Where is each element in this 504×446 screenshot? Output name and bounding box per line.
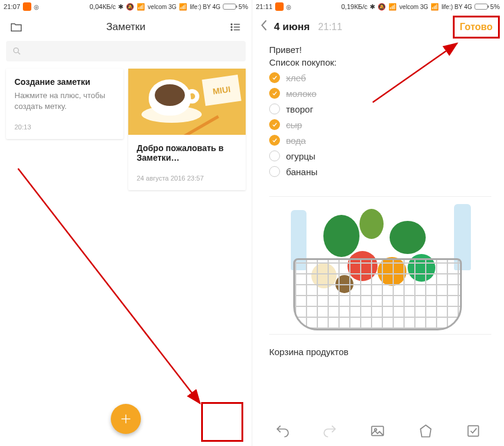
carrier-1: velcom 3G	[148, 4, 176, 10]
svg-point-2	[231, 26, 232, 28]
chevron-left-icon	[260, 19, 268, 32]
checkbox-unchecked-icon[interactable]	[269, 104, 280, 114]
svg-point-6	[14, 48, 19, 53]
image-caption[interactable]: Корзина продуктов	[252, 341, 503, 363]
status-bar: 21:11 ◎ 0,19КБ/с ✱🔕📶 velcom 3G 📶 life:) …	[252, 0, 503, 13]
plus-icon	[119, 412, 132, 426]
app-badge-icon	[275, 2, 284, 11]
checklist-item-label: хлеб	[286, 73, 306, 83]
undo-button[interactable]	[275, 423, 290, 439]
checklist-item[interactable]: вода	[269, 135, 491, 146]
data-rate: 0,04КБ/с	[90, 3, 116, 10]
insert-image-button[interactable]	[370, 423, 385, 439]
status-time: 21:11	[256, 3, 273, 10]
note-toolbar	[252, 416, 503, 446]
checkbox-unchecked-icon[interactable]	[269, 150, 280, 161]
checklist-item-label: молоко	[286, 88, 317, 99]
battery-icon	[223, 4, 236, 10]
card-title: Создание заметки	[14, 77, 115, 87]
annotation-arrow-to-fab	[0, 0, 252, 446]
data-rate: 0,19КБ/с	[341, 3, 368, 10]
note-card[interactable]: Создание заметки Нажмите на плюс, чтобы …	[6, 69, 123, 139]
app-header: Заметки	[0, 13, 252, 41]
checklist-item[interactable]: огурцы	[269, 150, 491, 161]
note-time: 21:11	[318, 22, 342, 33]
status-bar: 21:07 ◎ 0,04КБ/с ✱🔕📶 velcom 3G 📶 life:) …	[0, 0, 252, 13]
checklist-item-label: вода	[286, 135, 306, 146]
carrier-1: velcom 3G	[399, 4, 428, 10]
checklist-item-label: творог	[286, 104, 313, 114]
note-attached-image[interactable]	[269, 196, 491, 335]
svg-rect-13	[468, 426, 479, 436]
note-card[interactable]: MIUI Добро пожаловать в Заметки… 24 авгу…	[128, 69, 246, 190]
list-view-icon[interactable]	[229, 20, 242, 34]
card-subtitle: Нажмите на плюс, чтобы создать метку.	[14, 90, 115, 111]
checkbox-checked-icon[interactable]	[269, 119, 280, 130]
checklist-item[interactable]: бананы	[269, 166, 491, 177]
redo-button[interactable]	[322, 423, 338, 439]
card-illustration: MIUI	[128, 69, 246, 135]
back-button[interactable]	[260, 19, 268, 36]
insert-checklist-button[interactable]	[465, 423, 481, 439]
checklist-item-label: сыр	[286, 120, 302, 130]
svg-line-10	[18, 169, 200, 403]
done-button[interactable]: Готово	[456, 19, 496, 35]
note-greeting: Привет!	[269, 45, 491, 55]
checklist-item-label: огурцы	[286, 151, 316, 161]
checkbox-checked-icon[interactable]	[269, 88, 280, 99]
status-time: 21:07	[4, 3, 20, 10]
annotation-box-fab	[201, 402, 243, 442]
note-body[interactable]: Привет! Список покупок: хлебмолокотворог…	[252, 41, 503, 182]
sticky-note-icon: MIUI	[202, 75, 241, 106]
checkbox-unchecked-icon[interactable]	[269, 166, 280, 177]
battery-percent: 5%	[238, 3, 248, 10]
svg-point-0	[231, 24, 232, 25]
carrier-2: life:) BY 4G	[441, 4, 472, 10]
carrier-2: life:) BY 4G	[190, 4, 220, 10]
page-title: Заметки	[23, 21, 229, 33]
checkbox-checked-icon[interactable]	[269, 135, 280, 146]
card-timestamp: 24 августа 2016 23:57	[137, 175, 237, 182]
checklist-item[interactable]: творог	[269, 104, 491, 114]
svg-point-4	[231, 29, 232, 31]
battery-percent: 5%	[490, 3, 500, 10]
folder-icon[interactable]	[10, 20, 23, 34]
checklist-item-label: бананы	[286, 167, 317, 177]
note-list-title: Список покупок:	[269, 57, 491, 67]
checklist-item[interactable]: хлеб	[269, 72, 491, 83]
card-title: Добро пожаловать в Заметки…	[137, 143, 237, 163]
svg-line-7	[18, 52, 20, 54]
note-date: 4 июня	[274, 21, 310, 33]
search-input[interactable]	[6, 41, 246, 61]
app-badge-icon	[23, 2, 31, 11]
checklist-item[interactable]: молоко	[269, 88, 491, 99]
search-icon	[12, 46, 22, 56]
card-timestamp: 20:13	[14, 123, 115, 131]
checklist-item[interactable]: сыр	[269, 119, 491, 130]
insert-tag-button[interactable]	[418, 423, 434, 439]
note-header: 4 июня 21:11 Готово	[252, 13, 503, 41]
add-note-fab[interactable]	[111, 404, 141, 434]
battery-icon	[474, 4, 488, 10]
checkbox-checked-icon[interactable]	[269, 72, 280, 83]
